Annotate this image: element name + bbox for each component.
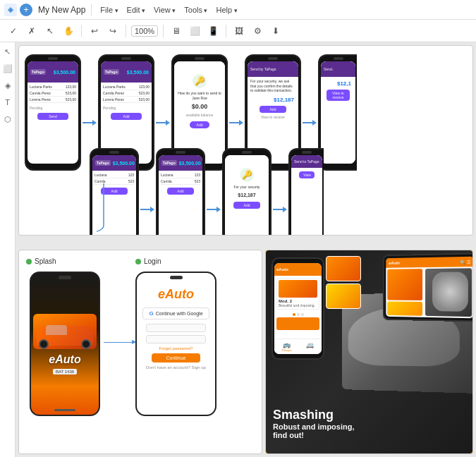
menu-view[interactable]: View <box>151 6 178 14</box>
tablet-icon[interactable]: ⬜ <box>187 23 202 39</box>
send-amount: $12,187 <box>274 97 294 103</box>
send-btn[interactable]: Add <box>260 106 286 113</box>
eauto-splash-phone[interactable]: eAuto BAT 1436 <box>30 272 100 416</box>
toolbar: ✓ ✗ ↖ ✋ ↩ ↪ 100% 🖥 ⬜ 📱 🖼 ⚙ ⬇ <box>0 20 476 42</box>
phone-notch <box>334 57 343 60</box>
security-text: How do you want to send to Jane Roe <box>174 91 225 100</box>
pointer-tool[interactable]: ↖ <box>1 45 14 58</box>
text-tool[interactable]: T <box>1 96 14 109</box>
phone-notch <box>242 151 252 154</box>
sphone-orange-bar <box>276 317 319 330</box>
home-bar <box>54 409 75 411</box>
eauto-notch <box>59 276 71 279</box>
cross-icon[interactable]: ✗ <box>24 23 39 39</box>
phone-notch <box>195 57 205 60</box>
menu-file[interactable]: File <box>97 6 121 14</box>
security-btn-r2[interactable]: Add <box>233 202 260 209</box>
phone-send-partial[interactable]: Send.. $12,1 View to receive <box>318 54 357 171</box>
tapago-amount: $3,500.00 <box>127 70 149 75</box>
arrow-r2-2 <box>207 158 221 236</box>
login-register-link[interactable]: Don't have an account? Sign up <box>146 365 206 370</box>
phone-device-sm: 🔑 For your security $12,187 Add <box>222 148 271 236</box>
hand-icon[interactable]: ✋ <box>61 23 76 39</box>
menu-tools[interactable]: Tools <box>181 6 210 14</box>
stablet-icon-1: 🔍 <box>460 260 465 264</box>
eauto-login-notch <box>170 276 183 279</box>
splash-dot <box>26 259 32 264</box>
phone-r2-partial[interactable]: Send to TaPago View <box>288 148 324 236</box>
send-security-msg: For your security, we ask that you confi… <box>250 79 295 93</box>
dot-3 <box>301 313 304 316</box>
van-icon: 🚐 <box>306 341 314 348</box>
stablet-right-col <box>424 267 473 318</box>
desktop-icon[interactable]: 🖥 <box>169 23 184 39</box>
login-password-input[interactable] <box>146 335 206 343</box>
sphone-nav-van[interactable]: 🚐 <box>306 341 314 352</box>
check-icon[interactable]: ✓ <box>6 23 21 39</box>
pickups-label: Pickups <box>281 348 291 352</box>
stablet-brand: eAuto <box>389 261 400 265</box>
stablet-img-1 <box>387 269 422 300</box>
tapago-table: Luciana Parks123,00 Camila Perez523,00 L… <box>28 83 78 104</box>
send-header-r2: Send to TaPago <box>294 159 319 164</box>
eauto-splash-screen: eAuto BAT 1436 <box>31 273 99 415</box>
new-button[interactable]: + <box>20 4 32 16</box>
login-brand: eAuto <box>158 287 194 302</box>
redo-icon[interactable]: ↪ <box>105 23 121 39</box>
login-google-button[interactable]: G Continue with Google <box>142 307 209 319</box>
sphone-nav: 🚌 Pickups 🚐 <box>274 339 322 354</box>
thumb-car-2[interactable] <box>326 284 361 309</box>
send-btn-r2[interactable]: View <box>299 171 315 178</box>
tapago-logo: TaPago <box>104 69 119 75</box>
eauto-showcase-panel: Smashing Robust and imposing, find out! … <box>265 250 473 454</box>
tapago-amount-r2: $3,500.00 <box>179 161 201 166</box>
menu-edit[interactable]: Edit <box>124 6 148 14</box>
zoom-control[interactable]: 100% <box>131 25 158 37</box>
login-label: Login <box>135 257 161 265</box>
tapago-add-btn[interactable]: Add <box>111 113 141 120</box>
send-header-title: Send by TaPago <box>250 67 276 71</box>
send-footer-link[interactable]: View to receive <box>250 115 295 119</box>
security-icon-r2: 🔑 <box>240 168 254 182</box>
shapes-tool[interactable]: ⬡ <box>1 113 14 126</box>
stablet-icon-2: ☰ <box>467 259 470 264</box>
sphone-dots <box>274 312 322 317</box>
login-submit-btn[interactable]: Continue <box>152 353 200 362</box>
cursor-icon[interactable]: ↖ <box>42 23 58 39</box>
login-email-input[interactable] <box>146 324 206 332</box>
sphone-card: Mod. 2 Beautiful and imposing. <box>276 278 319 310</box>
thumb-car-1[interactable] <box>326 256 361 281</box>
canvas[interactable]: TaPago $3,500.00 Luciana Parks123,00 Cam… <box>16 42 476 457</box>
google-icon: G <box>149 310 153 317</box>
eauto-login-phone[interactable]: eAuto G Continue with Google Forgot pass… <box>135 272 216 416</box>
phone-r2-security[interactable]: 🔑 For your security $12,187 Add <box>222 148 271 236</box>
separator <box>163 25 164 37</box>
login-forgot-link[interactable]: Forgot password? <box>159 346 193 351</box>
phone-notch <box>121 57 131 60</box>
image-icon[interactable]: 🖼 <box>231 23 247 39</box>
settings-icon[interactable]: ⚙ <box>250 23 265 39</box>
security-add-btn[interactable]: Add <box>190 121 210 128</box>
send-screen-r2: Send to TaPago View <box>291 155 322 236</box>
undo-icon[interactable]: ↩ <box>87 23 102 39</box>
tapago-status: Pending <box>28 104 78 111</box>
frame-tool[interactable]: ⬜ <box>1 62 14 75</box>
phone-screen: Send.. $12,1 View to receive <box>321 61 355 164</box>
showcase-heading1: Smashing <box>273 408 355 422</box>
stablet-img-2 <box>387 301 422 315</box>
component-tool[interactable]: ◈ <box>1 79 14 92</box>
showcase-tablet[interactable]: eAuto 🔍 ☰ <box>383 252 473 322</box>
showcase-heading3: find out! <box>273 431 355 439</box>
stablet-main-img <box>425 268 472 317</box>
sphone-nav-pickups[interactable]: 🚌 Pickups <box>281 341 291 352</box>
send-btn-partial[interactable]: View to receive <box>327 90 350 101</box>
tapago-logo: TaPago <box>161 160 177 166</box>
download-icon[interactable]: ⬇ <box>268 23 283 39</box>
mobile-icon[interactable]: 📱 <box>205 23 221 39</box>
showcase-thumbnails <box>326 256 361 309</box>
phone-tapago-1[interactable]: TaPago $3,500.00 Luciana Parks123,00 Cam… <box>25 54 81 171</box>
tapago-send-btn[interactable]: Send <box>37 113 68 120</box>
showcase-phone[interactable]: eAuto Mod. 2 Beautiful and imposing. <box>271 257 324 360</box>
send-amount-partial: $12,1 <box>337 80 351 87</box>
menu-help[interactable]: Help <box>213 6 240 14</box>
